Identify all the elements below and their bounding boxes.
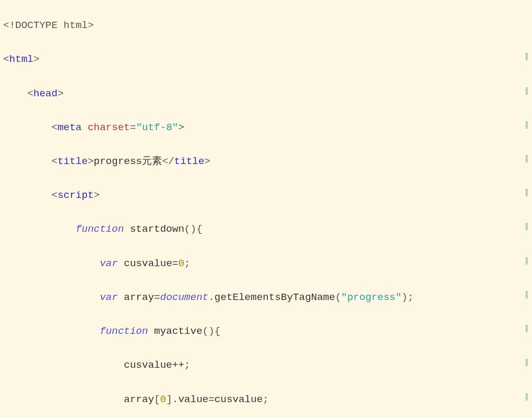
punct: > [204, 156, 210, 167]
gutter-mark-icon [526, 87, 528, 95]
gutter-mark-icon [526, 155, 528, 162]
punct: ; [184, 258, 190, 269]
punct: = [130, 122, 136, 133]
keyword: var [100, 292, 118, 303]
space [148, 325, 154, 337]
gutter-mark-icon [526, 291, 528, 298]
gutter-mark-icon [526, 325, 528, 332]
code-line: var cusvalue=0; [3, 255, 529, 272]
punct: ] [166, 394, 172, 405]
punct: ; [263, 394, 268, 405]
punct: > [88, 156, 94, 167]
punct: < [28, 88, 33, 99]
gutter-mark-icon [526, 257, 528, 265]
tag-name: meta [58, 122, 82, 133]
space [82, 122, 87, 133]
tag-name: title [58, 156, 88, 167]
quote: " [395, 292, 401, 303]
punct: > [178, 122, 184, 133]
number: 0 [178, 258, 184, 269]
space [118, 258, 124, 269]
quote: " [341, 292, 347, 303]
operator: = [154, 292, 160, 303]
keyword: function [100, 325, 148, 337]
punct: . [172, 394, 178, 405]
code-line: <!DOCTYPE html> [3, 17, 529, 34]
code-line: function startdown(){ [3, 221, 529, 238]
punct: > [88, 20, 94, 31]
tag-name: head [33, 88, 58, 99]
tag-name: html [9, 53, 33, 65]
punct: ); [402, 292, 414, 303]
gutter-mark-icon [526, 53, 528, 60]
builtin: document [160, 292, 208, 303]
punct: </ [162, 156, 174, 167]
code-line: <html> [3, 51, 529, 68]
punct: (){ [202, 325, 220, 337]
text-content: progress元素 [94, 156, 162, 167]
punct: > [94, 189, 100, 201]
identifier: cusvalue [214, 394, 263, 405]
keyword: var [100, 258, 118, 269]
quote: " [136, 122, 142, 133]
operator: ++ [172, 359, 184, 371]
gutter-mark-icon [526, 359, 528, 366]
punct: < [51, 189, 57, 201]
operator: = [209, 394, 214, 405]
gutter-mark-icon [526, 393, 528, 401]
punct: ; [184, 359, 190, 371]
identifier: array [124, 394, 154, 405]
code-line: function myactive(){ [3, 323, 529, 340]
space [124, 223, 130, 235]
punct: (){ [184, 223, 202, 235]
punct: < [51, 156, 57, 167]
code-line: <head> [3, 85, 529, 102]
number: 0 [160, 394, 166, 405]
code-viewer: <!DOCTYPE html> <html> <head> <meta char… [0, 0, 532, 418]
code-line: var array=document.getElementsByTagName(… [3, 289, 529, 306]
tag-name: title [174, 156, 204, 167]
punct: < [3, 53, 9, 65]
punct: > [58, 88, 64, 99]
code-line: <title>progress元素</title> [3, 153, 529, 170]
code-line: array[0].value=cusvalue; [3, 391, 529, 408]
identifier: startdown [130, 223, 184, 235]
property: value [178, 394, 209, 405]
identifier: cusvalue [124, 258, 172, 269]
space [118, 292, 124, 303]
identifier: cusvalue [124, 359, 172, 371]
attr-value: utf-8 [142, 122, 172, 133]
punct: > [33, 53, 39, 65]
string: progress [347, 292, 395, 303]
punct: ( [335, 292, 341, 303]
gutter-mark-icon [526, 189, 528, 196]
gutter-mark-icon [526, 223, 528, 230]
punct: [ [154, 394, 160, 405]
punct: <! [3, 20, 15, 31]
doctype-text: DOCTYPE html [15, 20, 88, 31]
punct: < [51, 122, 57, 133]
method: getElementsByTagName [214, 292, 335, 303]
code-line: <meta charset="utf-8"> [3, 119, 529, 136]
attr-name: charset [88, 122, 130, 133]
identifier: myactive [154, 325, 202, 337]
keyword: function [76, 223, 124, 235]
code-line: cusvalue++; [3, 357, 529, 374]
operator: = [172, 258, 178, 269]
punct: . [209, 292, 214, 303]
identifier: array [124, 292, 154, 303]
tag-name: script [58, 189, 94, 201]
code-line: <script> [3, 187, 529, 204]
quote: " [172, 122, 178, 133]
gutter-mark-icon [526, 121, 528, 129]
